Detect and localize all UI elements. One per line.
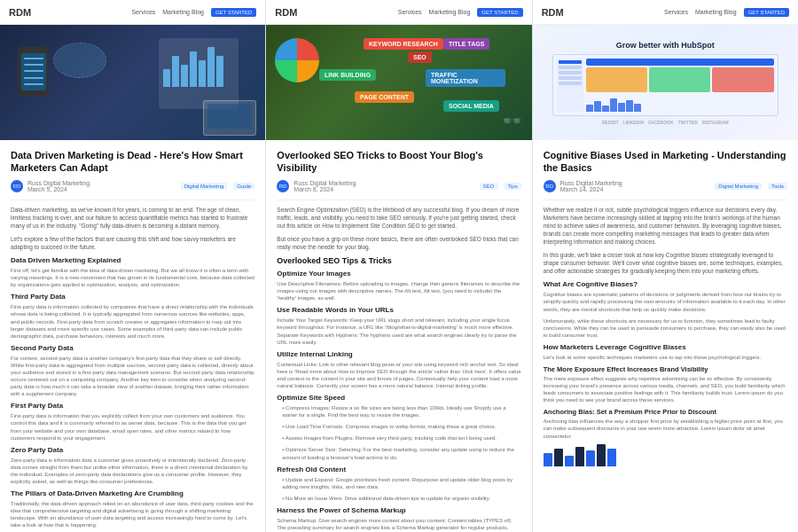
section-1: How Marketers Leverage Cognitive BiasesL…: [544, 343, 787, 440]
nav-logo: RDM: [9, 7, 31, 18]
article-title: Overlooked SEO Tricks to Boost Your Blog…: [277, 149, 520, 175]
article-excerpt2: But once you have a grip on these more b…: [277, 235, 520, 251]
nav: RDMServicesMarketing BlogGET STARTED: [0, 0, 265, 25]
main-container: RDMServicesMarketing BlogGET STARTEDData…: [0, 0, 798, 532]
subsection-1: Anchoring Bias: Set a Premium Price Prio…: [544, 408, 787, 439]
section-text: First-party data is information collecte…: [11, 303, 254, 339]
section-text: Cognitive biases are systematic patterns…: [544, 291, 787, 312]
article-meta: RDRuss Digital MarketingMarch 14, 2024Di…: [544, 180, 787, 192]
section-title: Use Readable Words in Your URLs: [277, 306, 520, 314]
brand-logo-twitter: TWITTER: [678, 120, 698, 125]
article-meta-info: Russ Digital MarketingMarch 8, 2024: [293, 180, 356, 192]
nav-link[interactable]: Marketing Blog: [429, 9, 471, 15]
seo-tag: SOCIAL MEDIA: [443, 100, 499, 112]
section-text: Traditionally, the data-driven approach …: [11, 500, 254, 528]
chart-bar: [597, 444, 606, 466]
nav-links: ServicesMarketing BlogGET STARTED: [664, 8, 789, 17]
article-excerpt: Search Engine Optimization (SEO) is the …: [277, 206, 520, 230]
section-5: The Pillars of Data-Driven Marketing Are…: [11, 489, 254, 528]
section-text: Zero-party data is information data a cu…: [11, 457, 254, 485]
section-text: Include Your Target Keywords: Keep your …: [277, 317, 520, 345]
article-meta: RDRuss Digital MarketingMarch 8, 2024SEO…: [277, 180, 520, 192]
nav-link[interactable]: Services: [664, 9, 688, 15]
article-excerpt: Whether we realize it or not, subtle psy…: [544, 206, 787, 246]
seo-tag: PAGE CONTENT: [355, 91, 414, 103]
article-badge2: Guide: [233, 183, 254, 190]
tip-1: • No More an Issue Were: Drive additiona…: [277, 495, 520, 502]
nav-link[interactable]: Services: [398, 9, 422, 15]
mini-bar-chart: [544, 444, 787, 466]
divider: [11, 200, 254, 200]
deco-chart: [159, 38, 239, 109]
brand-logo-facebook: FACEBOOK: [648, 120, 673, 125]
tip-2: • Assess Images from Plugins: Remove ver…: [277, 434, 520, 442]
article-excerpt2: In this guide, we'll take a closer look …: [544, 251, 787, 275]
divider: [544, 200, 787, 200]
section-text: Contextual Links: Link to other relevant…: [277, 361, 520, 389]
article-excerpt: Data-driven marketing, as we've known it…: [11, 206, 254, 230]
seo-tag: LINK BUILDING: [319, 69, 376, 81]
section-title: How Marketers Leverage Cognitive Biases: [544, 343, 787, 351]
subsection-0: The More Exposure Effect Increases Brand…: [544, 365, 787, 403]
section-title: The Pillars of Data-Driven Marketing Are…: [11, 489, 254, 497]
chart-bar: [607, 449, 616, 466]
section-text2: Unfortunately, while these shortcuts are…: [544, 317, 787, 339]
section-1: Use Readable Words in Your URLsInclude Y…: [277, 306, 520, 345]
section-0: What Are Cognitive Biases?Cognitive bias…: [544, 280, 787, 339]
section-title: Second Party Data: [11, 344, 254, 352]
tip-0: • Update and Expand: Google prioritizes …: [277, 476, 520, 490]
section-title: Optimize Site Speed: [277, 394, 520, 402]
tip-0: • Compress Images: Resize a so file size…: [277, 404, 520, 419]
nav-cta-button[interactable]: GET STARTED: [477, 8, 522, 17]
nav-link[interactable]: Marketing Blog: [695, 9, 737, 15]
section-text: First off, let's get familiar with the i…: [11, 267, 254, 288]
seo-tag: SEO: [408, 51, 432, 63]
section-title: Refresh Old Content: [277, 466, 520, 473]
hubspot-mockup: Grow better with HubSpotREDDITLINKEDINFA…: [533, 25, 798, 140]
article-excerpt2: Let's explore a few of the factors that …: [11, 235, 254, 251]
section-title: Utilize Internal Linking: [277, 350, 520, 358]
article-content: Data Driven Marketing is Dead - Here's H…: [0, 140, 265, 532]
section-0: Data Driven Marketing ExplainedFirst off…: [11, 256, 254, 288]
section-2: Second Party DataFor context, second-par…: [11, 344, 254, 398]
hubspot-headline: Grow better with HubSpot: [616, 41, 715, 50]
section-title: Zero Party Data: [11, 446, 254, 454]
chart-bar: [544, 453, 552, 466]
subsection-text: Anchoring bias influences the way a shop…: [544, 418, 787, 439]
chart-bar: [586, 450, 595, 466]
deco-glasses: 👓: [501, 110, 523, 131]
section-title: First Party Data: [11, 402, 254, 410]
seo-tag: TITLE TAGS: [443, 38, 489, 50]
subsection-title: The More Exposure Effect Increases Brand…: [544, 365, 787, 373]
nav-links: ServicesMarketing BlogGET STARTED: [398, 8, 523, 17]
nav-logo: RDM: [275, 7, 297, 18]
chart-bar: [554, 449, 563, 466]
card-1: RDMServicesMarketing BlogGET STARTEDData…: [0, 0, 266, 532]
section-title: Third Party Data: [11, 293, 254, 301]
nav-link[interactable]: Marketing Blog: [162, 9, 204, 15]
article-title: Data Driven Marketing is Dead - Here's H…: [11, 149, 254, 175]
nav-cta-button[interactable]: GET STARTED: [744, 8, 789, 17]
nav-cta-button[interactable]: GET STARTED: [211, 8, 256, 17]
section-text: Schema Markup: Give search engines more …: [277, 517, 520, 532]
section-text: Let's look at some specific techniques m…: [544, 354, 787, 361]
section-text: First-party data is information that you…: [11, 412, 254, 441]
section-title: What Are Cognitive Biases?: [544, 280, 787, 288]
article-title: Cognitive Biases Used in Marketing - Und…: [544, 149, 787, 175]
nav-link[interactable]: Services: [131, 9, 155, 15]
seo-tag: KEYWORD RESEARCH: [364, 38, 443, 50]
section-title: Optimize Your Images: [277, 270, 520, 278]
section-0: Optimize Your ImagesUse Descriptive File…: [277, 270, 520, 301]
deco-seo-tags: KEYWORD RESEARCHTITLE TAGSLINK BUILDINGP…: [293, 34, 505, 131]
seo-tag: TRAFFIC MONETIZATION: [426, 69, 505, 87]
hero-image: KEYWORD RESEARCHTITLE TAGSLINK BUILDINGP…: [266, 25, 531, 140]
section-text: For context, second-party data is anothe…: [11, 355, 254, 398]
section-4: Refresh Old Content• Update and Expand: …: [277, 466, 520, 502]
article-meta-info: Russ Digital MarketingMarch 5, 2024: [27, 180, 90, 192]
brand-logo-reddit: REDDIT: [602, 120, 619, 125]
article-meta-info: Russ Digital MarketingMarch 14, 2024: [560, 180, 622, 192]
subsection-text: The mere exposure effect suggests why re…: [544, 375, 787, 403]
tip-3: • Optimize Server Size: Selecting: For t…: [277, 446, 520, 460]
section-3: Optimize Site Speed• Compress Images: Re…: [277, 394, 520, 461]
deco-world-map: [53, 43, 106, 78]
